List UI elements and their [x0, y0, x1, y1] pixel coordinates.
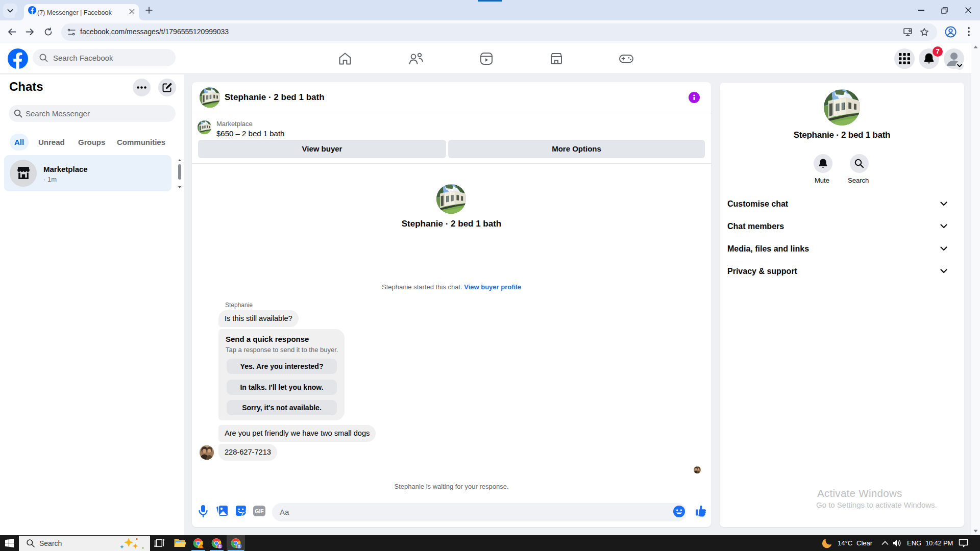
svg-text:GIF: GIF — [255, 508, 264, 514]
svg-text:!: ! — [201, 545, 202, 548]
